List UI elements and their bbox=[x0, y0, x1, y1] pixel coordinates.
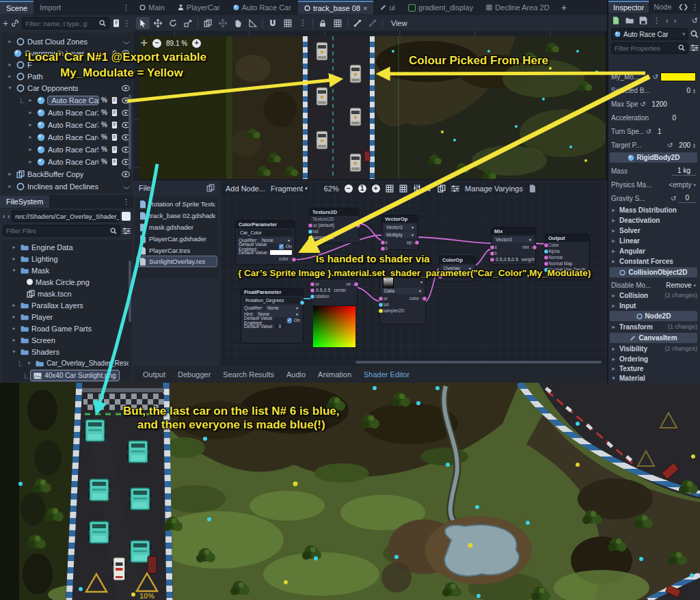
input-port-a[interactable] bbox=[380, 240, 386, 245]
output-port[interactable] bbox=[422, 296, 427, 301]
parameter-name-field[interactable]: Car_Color bbox=[238, 230, 293, 236]
lock-selection-button[interactable] bbox=[316, 17, 329, 29]
group-solver[interactable]: ▸Solver bbox=[610, 226, 697, 235]
view-menu[interactable]: View bbox=[386, 19, 413, 27]
chevron-right-icon[interactable]: ▸ bbox=[10, 302, 18, 308]
output-port[interactable] bbox=[353, 282, 359, 287]
node-uv-func[interactable]: uvuv› 0.5,0.5center rotation bbox=[311, 279, 358, 306]
input-port-rotation[interactable] bbox=[310, 294, 315, 299]
chevron-right-icon[interactable]: ▸ bbox=[10, 325, 18, 331]
visibility-eye-icon[interactable] bbox=[122, 170, 130, 178]
mix-type-dropdown[interactable]: Vector3▾ bbox=[494, 236, 533, 243]
tree-node-inclines-declines[interactable]: ▸ Inclines and Declines bbox=[3, 180, 130, 192]
chevron-right-icon[interactable]: ▸ bbox=[27, 122, 34, 128]
fs-item-mask-tscn[interactable]: mask.tscn bbox=[3, 288, 129, 299]
graph-zoom-reset-button[interactable]: 1 bbox=[358, 185, 366, 193]
snap-distance-icon[interactable] bbox=[399, 185, 407, 193]
property-value[interactable]: 0 bbox=[686, 87, 690, 94]
fs-item-lighting[interactable]: ▸Lighting bbox=[3, 253, 129, 264]
inspector-tabs-menu-icon[interactable]: ⋮ bbox=[688, 3, 700, 12]
chevron-down-icon[interactable]: ▾ bbox=[693, 182, 696, 188]
grid-snap-toggle[interactable] bbox=[281, 17, 295, 29]
input-port-a[interactable] bbox=[489, 245, 495, 250]
snap-options-menu[interactable]: ⋮ bbox=[296, 17, 310, 29]
input-port-weight[interactable] bbox=[489, 257, 495, 262]
chevron-right-icon[interactable]: ▸ bbox=[27, 97, 34, 103]
fs-item-car-sunlight-png[interactable]: L 40x40 Car Sunlight.png bbox=[3, 370, 129, 381]
node-mix[interactable]: Mix Vector3▾ amix› b 0.5,0.5,0.5weight bbox=[491, 227, 536, 265]
tab-gradient-display[interactable]: gradient_display bbox=[402, 1, 479, 14]
collisionobject2d-section-header[interactable]: CollisionObject2D bbox=[610, 267, 697, 277]
output-port[interactable] bbox=[414, 240, 420, 245]
shader-file-item[interactable]: Rotation of Sprite Textur... bbox=[137, 198, 215, 210]
group-ordering[interactable]: ▸Ordering bbox=[610, 354, 697, 364]
group-visibility[interactable]: ▸Visibility(2 changes) bbox=[610, 344, 697, 353]
filter-options-icon[interactable] bbox=[690, 44, 699, 52]
group-material[interactable]: ▾Material bbox=[610, 373, 697, 383]
node-color-parameter[interactable]: ColorParameter Car_Color Qualifier:None▾… bbox=[235, 220, 295, 265]
tab-import[interactable]: Import bbox=[33, 1, 67, 14]
spinner-icon[interactable]: ▲▼ bbox=[692, 88, 696, 94]
node-texture2d[interactable]: Texture2D Texture2D uv [default] lod sam… bbox=[309, 208, 360, 243]
group-deactivation[interactable]: ▸Deactivation bbox=[610, 215, 697, 225]
tree-node-auto-race-car6[interactable]: ▸ Auto Race Car6 % bbox=[3, 156, 130, 167]
input-port-normal[interactable] bbox=[543, 255, 549, 260]
chevron-right-icon[interactable]: ▸ bbox=[27, 134, 34, 140]
tab-scene[interactable]: Scene bbox=[0, 1, 33, 14]
output-port[interactable] bbox=[355, 223, 361, 228]
unique-name-icon[interactable]: % bbox=[101, 158, 107, 165]
new-tab-icon[interactable]: + bbox=[556, 2, 571, 13]
attach-script-icon[interactable] bbox=[112, 19, 120, 27]
unique-name-icon[interactable]: % bbox=[101, 109, 107, 116]
save-resource-icon[interactable] bbox=[639, 16, 647, 25]
chevron-right-icon[interactable]: ▸ bbox=[27, 146, 34, 152]
fs-item-parallax-layers[interactable]: ▸Parallax Layers bbox=[3, 299, 129, 311]
shader-file-item[interactable]: PlayerCar.gdshader bbox=[137, 233, 215, 245]
tab-playercar[interactable]: PlayerCar bbox=[172, 1, 226, 14]
unique-name-icon[interactable]: % bbox=[101, 133, 107, 141]
input-port-alpha[interactable] bbox=[543, 249, 549, 254]
bottom-tab-audio[interactable]: Audio bbox=[286, 370, 306, 379]
bottom-tab-shader-editor[interactable]: Shader Editor bbox=[364, 370, 409, 379]
fs-item-road-game-parts[interactable]: ▸Road Game Parts bbox=[3, 323, 129, 334]
tab-main[interactable]: Main bbox=[133, 1, 171, 14]
align-icon[interactable] bbox=[451, 185, 459, 193]
cut-links-icon[interactable] bbox=[413, 185, 421, 193]
shader-file-item[interactable]: mask.gdshader bbox=[137, 221, 215, 233]
load-resource-icon[interactable] bbox=[625, 16, 634, 25]
property-value-dropdown[interactable]: Remove bbox=[666, 282, 691, 289]
group-selection-button[interactable] bbox=[331, 17, 345, 29]
pivot-tool[interactable] bbox=[216, 17, 230, 29]
chevron-right-icon[interactable]: ▸ bbox=[6, 183, 14, 189]
fs-item-engine-data[interactable]: ▸Engine Data bbox=[3, 241, 129, 253]
input-port-uv[interactable] bbox=[378, 296, 383, 301]
bottom-tab-search-results[interactable]: Search Results bbox=[223, 370, 274, 379]
rigidbody2d-section-header[interactable]: RigidBody2D bbox=[610, 152, 697, 163]
property-value-slider[interactable]: 1 kg bbox=[672, 167, 696, 176]
script-icon[interactable] bbox=[111, 96, 118, 105]
script-icon[interactable] bbox=[111, 121, 118, 129]
input-port[interactable] bbox=[308, 223, 313, 228]
shader-file-menu[interactable]: File bbox=[133, 180, 220, 195]
chevron-right-icon[interactable]: ▸ bbox=[6, 62, 14, 68]
tab-track-base-08[interactable]: track_base 08× bbox=[298, 1, 374, 14]
chevron-right-icon[interactable]: ▸ bbox=[6, 38, 14, 44]
zoom-in-button[interactable]: + bbox=[192, 39, 201, 48]
tab-ui[interactable]: ui bbox=[374, 1, 401, 14]
color-swatch-yellow[interactable] bbox=[660, 72, 696, 81]
tree-node-dust-cloud-zones[interactable]: ▸ Dust Cloud Zones bbox=[3, 36, 130, 47]
visibility-closed-icon[interactable] bbox=[123, 40, 130, 44]
scene-filter[interactable]: Filter: name, t:type, g: bbox=[22, 17, 109, 29]
history-forward-icon[interactable]: ❯ bbox=[683, 3, 688, 10]
property-value[interactable]: 1 bbox=[658, 128, 662, 135]
input-port-b[interactable] bbox=[380, 246, 386, 251]
input-port[interactable] bbox=[308, 235, 313, 241]
script-icon[interactable] bbox=[111, 146, 118, 154]
node-selector-dropdown[interactable]: Auto Race Car ▾ bbox=[611, 28, 688, 40]
revert-icon[interactable]: ↺ bbox=[640, 100, 645, 108]
instance-scene-icon[interactable] bbox=[11, 19, 19, 27]
node-vector-op[interactable]: VectorOp Vector3▾ Multiply▾ aop› b bbox=[381, 215, 418, 250]
nav-back-icon[interactable]: ‹ bbox=[3, 212, 5, 220]
fs-item-shaders[interactable]: ▾Shaders bbox=[3, 346, 129, 357]
chevron-down-icon[interactable]: ▾ bbox=[693, 283, 696, 288]
